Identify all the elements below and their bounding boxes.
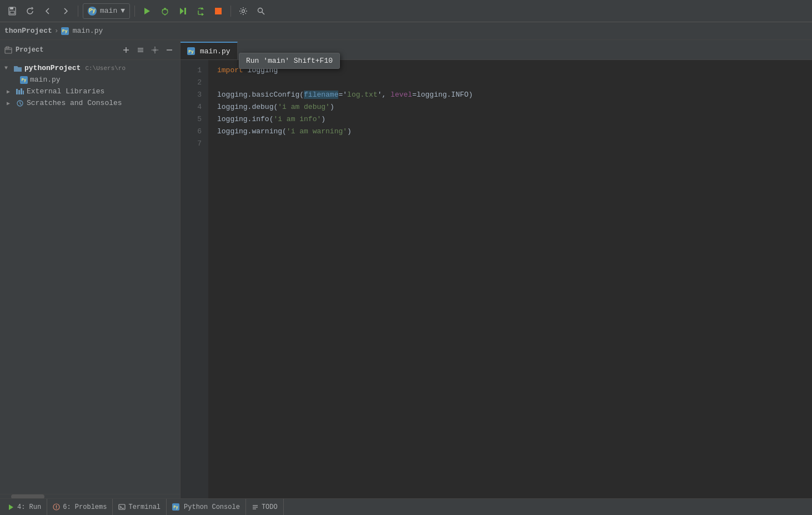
- run-config-label: main: [100, 7, 117, 15]
- collapse-button[interactable]: [163, 44, 176, 56]
- wrench-button[interactable]: [235, 3, 251, 19]
- refresh-button[interactable]: [22, 3, 38, 19]
- run-button[interactable]: [139, 3, 155, 19]
- breadcrumb: thonProject › Py main.py: [0, 22, 812, 40]
- todo-status-icon: [252, 503, 259, 511]
- line-num-7: 7: [181, 138, 202, 150]
- sidebar-scrollbar-thumb: [11, 494, 44, 498]
- status-terminal[interactable]: Terminal: [113, 499, 167, 516]
- terminal-status-icon: [118, 503, 126, 511]
- console-status-icon: Py: [172, 503, 179, 511]
- status-problems[interactable]: 6: Problems: [47, 499, 113, 516]
- status-todo[interactable]: TODO: [246, 499, 284, 516]
- line-num-5: 5: [181, 113, 202, 126]
- scratches-expand-arrow: ▶: [7, 100, 13, 107]
- folder-icon: [13, 64, 22, 72]
- status-bar: 4: Run 6: Problems Terminal Py Python Co…: [0, 498, 812, 515]
- line-num-3: 3: [181, 89, 202, 101]
- back-button[interactable]: [40, 3, 56, 19]
- separator-1: [78, 6, 78, 17]
- line-numbers: 1 2 3 4 5 6 7: [181, 60, 208, 498]
- tooltip-text: Run 'main' Shift+F10: [246, 57, 333, 65]
- sidebar-scrollbar[interactable]: [0, 494, 180, 498]
- step-over-button[interactable]: [193, 3, 208, 19]
- line-num-1: 1: [181, 64, 202, 77]
- editor-area: Py main.py Run 'main' Shift+F10 1 2 3 4 …: [181, 40, 812, 498]
- code-line-4: logging.debug('i am debug'): [217, 101, 803, 113]
- tab-py-icon: Py: [187, 47, 195, 55]
- main-toolbar: Py main ▼: [0, 0, 812, 22]
- code-line-6: logging.warning('i am warning'): [217, 126, 803, 138]
- svg-marker-3: [144, 8, 150, 14]
- dropdown-arrow: ▼: [121, 7, 125, 15]
- sidebar-item-external-libraries[interactable]: ▶ External Libraries: [0, 86, 180, 97]
- sidebar-tree: ▼ pythonProject C:\Users\ro ▶ Py main.py…: [0, 60, 180, 494]
- breadcrumb-filename[interactable]: main.py: [73, 27, 103, 35]
- run-label: 4: Run: [17, 503, 41, 511]
- line-num-6: 6: [181, 126, 202, 138]
- run-tooltip: Run 'main' Shift+F10: [239, 53, 340, 69]
- search-button[interactable]: [253, 3, 269, 19]
- libraries-expand-arrow: ▶: [7, 88, 13, 95]
- stop-button[interactable]: [210, 3, 226, 19]
- svg-rect-29: [18, 90, 20, 94]
- add-button[interactable]: [120, 44, 132, 56]
- problems-label: 6: Problems: [63, 503, 107, 511]
- svg-marker-9: [180, 8, 184, 14]
- separator-3: [230, 6, 231, 17]
- line-num-2: 2: [181, 77, 202, 89]
- library-icon: [16, 88, 24, 96]
- svg-marker-14: [202, 13, 204, 16]
- svg-rect-2: [10, 11, 14, 14]
- sidebar-item-scratches[interactable]: ▶ Scratches and Consoles: [0, 97, 180, 109]
- arrange-button[interactable]: [134, 44, 147, 56]
- forward-button[interactable]: [58, 3, 73, 19]
- tree-expand-arrow: ▼: [4, 65, 11, 71]
- project-path: C:\Users\ro: [85, 65, 126, 72]
- status-python-console[interactable]: Py Python Console: [167, 499, 246, 516]
- file-python-icon: Py: [61, 27, 69, 35]
- separator-2: [134, 6, 135, 17]
- sidebar-header-icons: [120, 44, 176, 56]
- scratches-label: Scratches and Consoles: [27, 99, 122, 107]
- run-status-icon: [8, 504, 14, 511]
- resume-button[interactable]: [175, 3, 191, 19]
- svg-point-26: [154, 49, 156, 51]
- sidebar-header: Project: [0, 40, 180, 60]
- code-line-7: [217, 138, 803, 150]
- svg-point-36: [56, 508, 57, 509]
- svg-point-16: [242, 9, 245, 12]
- python-icon: Py: [88, 7, 97, 16]
- svg-rect-10: [184, 8, 186, 14]
- breadcrumb-separator: ›: [54, 27, 59, 35]
- problems-status-icon: [53, 503, 60, 511]
- debug-button[interactable]: [157, 3, 173, 19]
- code-editor[interactable]: 1 2 3 4 5 6 7 import logging logging.bas…: [181, 60, 812, 498]
- status-run[interactable]: 4: Run: [2, 499, 47, 516]
- mainpy-label: main.py: [30, 76, 61, 84]
- sidebar-item-project[interactable]: ▼ pythonProject C:\Users\ro: [0, 62, 180, 74]
- code-line-2: [217, 77, 803, 89]
- code-line-3: logging.basicConfig(filename='log.txt', …: [217, 89, 803, 101]
- line-num-4: 4: [181, 101, 202, 113]
- tab-mainpy[interactable]: Py main.py: [181, 42, 238, 59]
- svg-point-5: [164, 8, 166, 10]
- svg-marker-33: [9, 504, 13, 510]
- project-label: pythonProject: [24, 64, 81, 72]
- sidebar-item-mainpy[interactable]: ▶ Py main.py: [0, 74, 180, 86]
- code-content[interactable]: import logging logging.basicConfig(filen…: [208, 60, 812, 498]
- project-panel-icon: [4, 46, 12, 54]
- code-line-5: logging.info('i am info'): [217, 113, 803, 126]
- save-button[interactable]: [4, 3, 20, 19]
- terminal-label: Terminal: [128, 503, 161, 511]
- svg-point-17: [258, 8, 263, 12]
- svg-rect-15: [215, 8, 222, 14]
- run-config-button[interactable]: Py main ▼: [83, 3, 130, 19]
- settings-button[interactable]: [149, 44, 161, 56]
- project-name-breadcrumb[interactable]: thonProject: [4, 27, 52, 35]
- sidebar-title: Project: [16, 46, 43, 54]
- svg-line-18: [262, 12, 265, 14]
- todo-label: TODO: [262, 503, 278, 511]
- svg-rect-28: [16, 89, 18, 94]
- external-libraries-label: External Libraries: [27, 87, 104, 96]
